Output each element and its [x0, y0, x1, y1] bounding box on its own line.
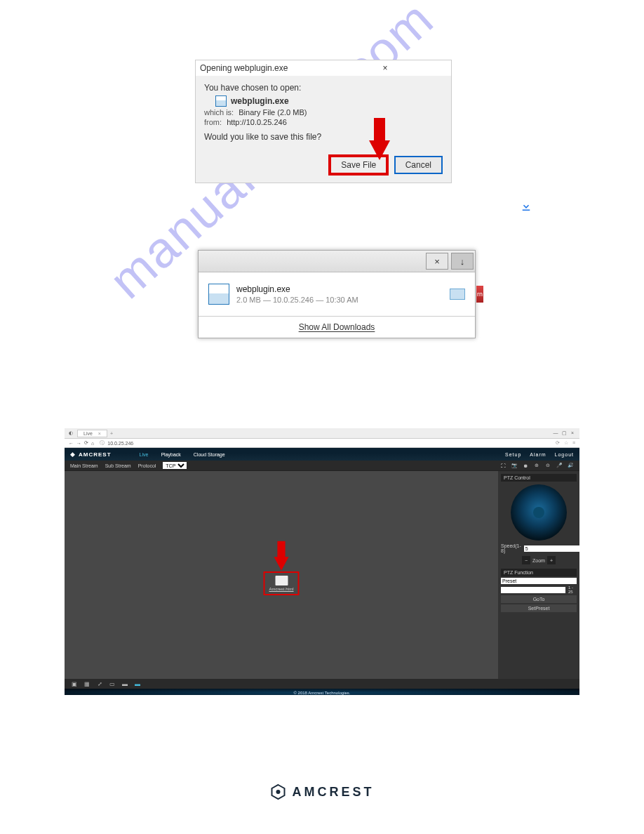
nav-setup[interactable]: Setup — [505, 452, 521, 457]
sub-stream-button[interactable]: Sub Stream — [105, 463, 131, 468]
zoom-out-button[interactable]: − — [522, 556, 530, 564]
svg-point-1 — [276, 790, 281, 794]
cancel-button[interactable]: Cancel — [394, 156, 443, 174]
nav-live[interactable]: Live — [140, 452, 149, 457]
zoom-in-button[interactable]: + — [547, 556, 556, 564]
layout-wide-icon[interactable]: ▭ — [108, 680, 116, 687]
browser-edge-stub: rn — [476, 286, 483, 303]
dialog-chosen-text: You have chosen to open: — [204, 83, 443, 93]
footer-brand: AMCREST — [270, 783, 375, 800]
toolbar-mic-icon[interactable]: 🎤 — [556, 462, 563, 469]
browser-menu-icon[interactable]: ≡ — [572, 440, 575, 446]
protocol-label: Protocol — [138, 463, 156, 468]
layout-fs-icon[interactable]: ⤢ — [95, 680, 104, 687]
dialog-filename: webplugin.exe — [231, 96, 289, 106]
open-file-dialog: Opening webplugin.exe × You have chosen … — [195, 60, 452, 183]
layout-1-icon[interactable]: ▣ — [70, 680, 79, 687]
plugin-install-box[interactable]: Amcrest.html — [263, 571, 299, 595]
amcrest-web-ui: ◐ Live × + — ▢ × ← → ⟳ ⌂ ⓘ 10.0.25.246 ⟳… — [65, 428, 579, 695]
zoom-label: Zoom — [535, 556, 543, 564]
nav-playback[interactable]: Playback — [161, 452, 180, 457]
nav-alarm[interactable]: Alarm — [530, 452, 546, 457]
nav-reload-icon[interactable]: ⟳ — [84, 440, 88, 446]
toolbar-speaker-icon[interactable]: 🔊 — [567, 462, 574, 469]
goto-button[interactable]: GoTo — [501, 595, 577, 603]
toolbar-zoom-out-icon[interactable]: ⊖ — [544, 462, 551, 469]
layout-active-icon[interactable]: ▬ — [133, 680, 142, 687]
video-area: Amcrest.html — [65, 471, 498, 679]
tab-close-icon[interactable]: × — [98, 431, 101, 436]
download-meta: 2.0 MB — 10.0.25.246 — 10:30 AM — [236, 296, 450, 304]
ptz-sidebar: PTZ Control Speed(1-8) − Zoom + PTZ Func… — [498, 471, 579, 679]
nav-forward-icon[interactable]: → — [76, 441, 81, 446]
ptz-speed-label: Speed(1-8) — [501, 543, 521, 553]
toolbar-fullscreen-icon[interactable]: ⛶ — [499, 462, 507, 469]
download-arrow-icon — [518, 198, 535, 215]
folder-icon — [275, 576, 288, 585]
svg-rect-0 — [523, 210, 530, 211]
preset-range: 1 - 25 — [568, 585, 577, 594]
tab-add-icon[interactable]: + — [110, 431, 113, 436]
window-close-icon[interactable]: × — [570, 430, 575, 436]
ptz-function-title: PTZ Function — [501, 569, 577, 576]
toolbar-zoom-in-icon[interactable]: ⊕ — [533, 462, 540, 469]
toolbar-snapshot-icon[interactable]: 📷 — [511, 462, 518, 469]
download-filename: webplugin.exe — [236, 284, 450, 294]
nav-home-icon[interactable]: ⌂ — [91, 441, 94, 446]
file-icon — [208, 284, 229, 305]
preset-select[interactable] — [501, 578, 577, 584]
ptz-speed-input[interactable] — [524, 545, 579, 552]
close-icon[interactable]: × — [323, 63, 447, 73]
window-maximize-icon[interactable]: ▢ — [561, 430, 567, 436]
main-stream-button[interactable]: Main Stream — [70, 463, 98, 468]
nav-back-icon[interactable]: ← — [69, 441, 74, 446]
window-minimize-icon[interactable]: — — [553, 430, 558, 436]
address-bar[interactable]: 10.0.25.246 — [107, 441, 133, 446]
dialog-save-question: Would you like to save this file? — [204, 132, 443, 142]
toolbar-downloads-button[interactable]: ↓ — [451, 253, 474, 270]
dialog-title: Opening webplugin.exe — [200, 63, 323, 73]
ptz-wheel[interactable] — [511, 484, 567, 541]
setpreset-button[interactable]: SetPreset — [501, 604, 577, 612]
protocol-select[interactable]: TCP — [163, 462, 187, 469]
downloads-panel: × ↓ webplugin.exe 2.0 MB — 10.0.25.246 —… — [198, 250, 476, 338]
layout-aux-icon[interactable]: ▬ — [121, 680, 129, 687]
browser-star-icon[interactable]: ☆ — [564, 440, 568, 446]
annotation-arrow-icon — [369, 140, 390, 160]
download-item[interactable]: webplugin.exe 2.0 MB — 10.0.25.246 — 10:… — [199, 272, 475, 316]
file-icon — [215, 95, 227, 107]
ptz-control-title: PTZ Control — [501, 474, 577, 482]
which-is-label: which is: — [204, 108, 234, 117]
from-value: http://10.0.25.246 — [227, 118, 287, 126]
which-is-value: Binary File (2.0 MB) — [239, 108, 307, 117]
preset-number-input[interactable] — [501, 587, 565, 593]
from-label: from: — [204, 118, 222, 126]
brand-label: AMCREST — [79, 451, 112, 458]
browser-reload-icon[interactable]: ⟳ — [556, 440, 560, 446]
brand-logo-icon — [270, 783, 287, 800]
plugin-install-link[interactable]: Amcrest.html — [269, 587, 293, 591]
nav-cloud[interactable]: Cloud Storage — [194, 452, 225, 457]
copyright-footer: © 2018 Amcrest Technologies. — [65, 689, 579, 695]
annotation-arrow-icon — [274, 557, 289, 571]
open-folder-icon[interactable] — [450, 289, 465, 300]
toolbar-record-icon[interactable]: ⏺ — [522, 462, 529, 469]
toolbar-close-button[interactable]: × — [426, 253, 448, 270]
nav-logout[interactable]: Logout — [555, 452, 574, 457]
browser-tab[interactable]: Live × — [77, 430, 107, 437]
layout-2-icon[interactable]: ▦ — [83, 680, 91, 687]
show-all-downloads-link[interactable]: Show All Downloads — [299, 322, 375, 332]
